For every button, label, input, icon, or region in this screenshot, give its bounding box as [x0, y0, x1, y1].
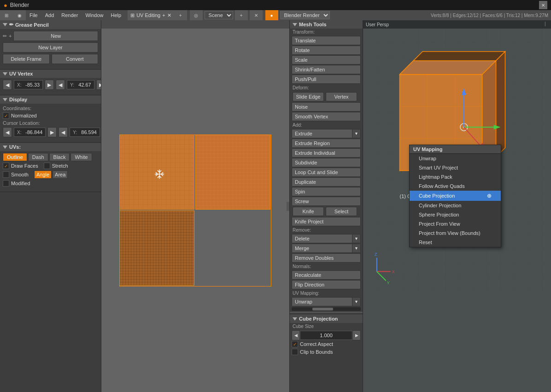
- extrude-dropdown[interactable]: Extrude ▼: [292, 129, 361, 138]
- spin-btn[interactable]: Spin: [292, 187, 361, 196]
- translate-btn[interactable]: Translate: [292, 36, 361, 45]
- extrude-individual-btn[interactable]: Extrude Individual: [292, 148, 361, 158]
- knife-project-btn[interactable]: Knife Project: [292, 217, 361, 226]
- recalculate-btn[interactable]: Recalculate: [292, 270, 361, 280]
- ctx-smart-uv[interactable]: Smart UV Project: [410, 163, 501, 172]
- grease-pencil-new-btn[interactable]: New: [13, 31, 98, 41]
- grease-pencil-header[interactable]: ✏ Grease Pencil: [0, 20, 101, 29]
- slide-edge-btn[interactable]: Slide Edge: [293, 92, 324, 101]
- delete-arrow-btn[interactable]: ▼: [352, 234, 360, 243]
- ctx-cylinder-proj[interactable]: Cylinder Projection: [410, 201, 501, 210]
- smooth-checkbox[interactable]: [3, 171, 9, 178]
- area-btn[interactable]: Area: [53, 170, 68, 179]
- tab-black[interactable]: Black: [49, 153, 70, 161]
- convert-btn[interactable]: Convert: [52, 54, 99, 64]
- uv-y-inc[interactable]: ▶: [96, 80, 101, 90]
- clip-bounds-checkbox[interactable]: [292, 349, 298, 355]
- tab-outline[interactable]: Outline: [3, 153, 27, 161]
- tab-white[interactable]: White: [70, 153, 92, 161]
- loop-cut-btn[interactable]: Loop Cut and Slide: [292, 168, 361, 177]
- scene-close[interactable]: ✕: [250, 10, 263, 20]
- delete-frame-btn[interactable]: Delete Frame: [3, 54, 50, 64]
- uv-x-inc[interactable]: ▶: [45, 80, 54, 90]
- angle-btn[interactable]: Angle: [34, 170, 52, 179]
- uv-vertex-header[interactable]: UV Vertex: [0, 70, 101, 78]
- menu-render[interactable]: Render: [58, 10, 82, 20]
- viewport-resize-handle[interactable]: [287, 202, 289, 211]
- ctx-cube-proj[interactable]: Cube Projection ⊕: [410, 191, 501, 201]
- remove-doubles-btn[interactable]: Remove Doubles: [292, 253, 361, 263]
- extrude-main-btn[interactable]: Extrude: [292, 129, 352, 138]
- uv-y-field[interactable]: Y: 42.67: [67, 80, 94, 89]
- uvs-header[interactable]: UVs:: [0, 143, 101, 151]
- cy-dec[interactable]: ◀: [59, 127, 68, 137]
- ctx-project-view-bounds[interactable]: Project from View (Bounds): [410, 228, 501, 238]
- close-button[interactable]: ✕: [539, 1, 547, 9]
- cx-dec[interactable]: ◀: [3, 127, 12, 137]
- menu-help[interactable]: Help: [107, 10, 125, 20]
- new-layer-btn[interactable]: New Layer: [3, 42, 98, 53]
- stretch-checkbox[interactable]: [44, 163, 50, 169]
- merge-main-btn[interactable]: Merge: [292, 244, 352, 252]
- modified-checkbox[interactable]: [3, 180, 9, 187]
- ctx-follow-active[interactable]: Follow Active Quads: [410, 181, 501, 191]
- uv-x-field[interactable]: X: -85.33: [14, 80, 43, 89]
- ctx-sphere-proj[interactable]: Sphere Projection: [410, 210, 501, 219]
- ctx-lightmap[interactable]: Lightmap Pack: [410, 172, 501, 181]
- unwrap-main-btn[interactable]: Unwrap: [292, 298, 352, 306]
- ctx-project-view[interactable]: Project From View: [410, 219, 501, 228]
- cx-field[interactable]: X: -86.844: [14, 128, 46, 137]
- noise-btn[interactable]: Noise: [292, 102, 361, 111]
- subdivide-btn[interactable]: Subdivide: [292, 158, 361, 167]
- layout-close[interactable]: ✕: [167, 12, 171, 18]
- uv-x-dec[interactable]: ◀: [3, 80, 12, 90]
- delete-dropdown[interactable]: Delete ▼: [292, 234, 361, 243]
- viewport-resize-handle-right[interactable]: |: [545, 21, 548, 28]
- uv-canvas[interactable]: [101, 29, 289, 392]
- merge-arrow-btn[interactable]: ▼: [352, 244, 360, 252]
- unwrap-arrow-btn[interactable]: ▼: [352, 298, 360, 306]
- layout-add-btn[interactable]: +: [174, 10, 187, 20]
- tab-dash[interactable]: Dash: [28, 153, 48, 161]
- layout-selector[interactable]: ⊞ UV Editing + ✕: [128, 10, 174, 20]
- scene-select[interactable]: Scene: [205, 11, 233, 19]
- vertex-btn[interactable]: Vertex: [326, 92, 357, 101]
- merge-dropdown[interactable]: Merge ▼: [292, 244, 361, 253]
- shrink-fatten-btn[interactable]: Shrink/Fatten: [292, 65, 361, 74]
- duplicate-btn[interactable]: Duplicate: [292, 177, 361, 187]
- file-icon[interactable]: ◉: [13, 10, 26, 20]
- menu-file[interactable]: File: [26, 10, 41, 20]
- cube-size-field[interactable]: 1.000: [300, 331, 352, 340]
- scene-icon[interactable]: ◎: [190, 10, 203, 20]
- delete-main-btn[interactable]: Delete: [292, 234, 352, 243]
- normalized-checkbox[interactable]: [3, 112, 9, 119]
- view-mode-icon[interactable]: ⊞: [0, 10, 13, 20]
- cube-size-dec[interactable]: ◀: [292, 330, 300, 340]
- uv-y-dec[interactable]: ◀: [56, 80, 65, 90]
- cy-field[interactable]: Y: 86.594: [70, 128, 100, 137]
- ctx-reset[interactable]: Reset: [410, 238, 501, 247]
- viewport-3d[interactable]: User Persp |: [363, 20, 551, 392]
- smooth-vertex-btn[interactable]: Smooth Vertex: [292, 112, 361, 121]
- rotate-btn[interactable]: Rotate: [292, 46, 361, 55]
- render-icon[interactable]: ●: [265, 10, 278, 20]
- push-pull-btn[interactable]: Push/Pull: [292, 75, 361, 84]
- render-engine-select[interactable]: Blender Render: [280, 11, 330, 19]
- screw-btn[interactable]: Screw: [292, 197, 361, 206]
- select-btn[interactable]: Select: [326, 207, 357, 216]
- ctx-unwrap[interactable]: Unwrap: [410, 154, 501, 163]
- extrude-arrow-btn[interactable]: ▼: [352, 129, 360, 138]
- flip-direction-btn[interactable]: Flip Direction: [292, 280, 361, 289]
- menu-window[interactable]: Window: [82, 10, 107, 20]
- knife-btn[interactable]: Knife: [293, 207, 324, 216]
- cube-size-inc[interactable]: ▶: [352, 330, 361, 340]
- extrude-region-btn[interactable]: Extrude Region: [292, 139, 361, 148]
- correct-aspect-checkbox[interactable]: [292, 341, 298, 347]
- menu-add[interactable]: Add: [41, 10, 58, 20]
- unwrap-dropdown[interactable]: Unwrap ▼: [292, 297, 361, 306]
- cx-inc[interactable]: ▶: [47, 127, 57, 137]
- scene-add[interactable]: +: [235, 10, 248, 20]
- draw-faces-checkbox[interactable]: [3, 163, 9, 169]
- display-header[interactable]: Display: [0, 95, 101, 104]
- scale-btn[interactable]: Scale: [292, 55, 361, 64]
